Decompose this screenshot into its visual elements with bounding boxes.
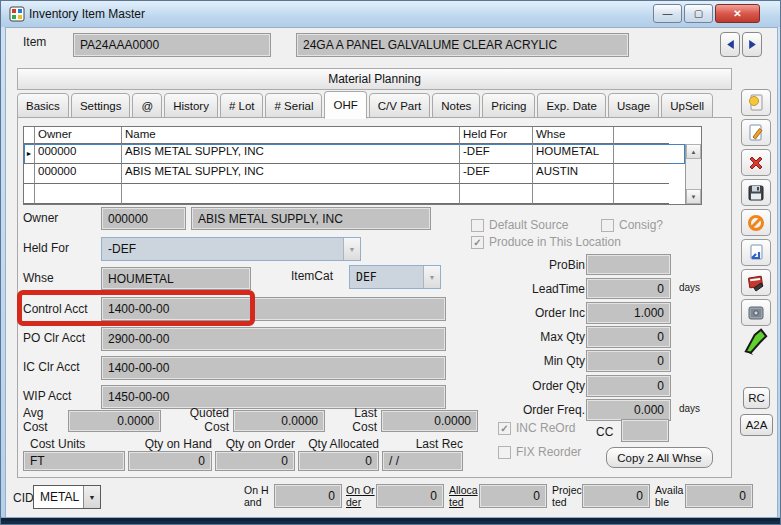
cell-whse[interactable]: AUSTIN — [533, 164, 614, 184]
tab-at[interactable]: @ — [132, 93, 162, 118]
order-freq-field[interactable]: 0.000 — [586, 399, 671, 421]
tab-ohf[interactable]: OHF — [324, 91, 366, 119]
tab-pricing[interactable]: Pricing — [482, 93, 535, 118]
col-header-whse[interactable]: Whse — [533, 127, 614, 144]
grid-row[interactable] — [24, 184, 685, 204]
tab-num-serial[interactable]: # Serial — [265, 93, 322, 118]
cell-held-for[interactable] — [460, 184, 533, 204]
allocated-link[interactable]: Allocated — [449, 484, 479, 508]
tab-usage[interactable]: Usage — [608, 93, 659, 118]
on-order-link[interactable]: On Order — [346, 484, 376, 508]
next-record-button[interactable] — [742, 32, 762, 57]
whse-field[interactable]: HOUMETAL — [101, 267, 251, 290]
qty-on-order-field[interactable]: 0 — [215, 451, 295, 471]
order-qty-field[interactable]: 0 — [586, 375, 671, 397]
vault-button[interactable] — [741, 299, 771, 326]
tab-history[interactable]: History — [164, 93, 218, 118]
wip-acct-field[interactable]: 1450-00-00 — [101, 385, 446, 409]
item-code-field[interactable]: PA24AAA0000 — [73, 33, 271, 57]
col-header-held-for[interactable]: Held For — [460, 127, 533, 144]
a2a-button[interactable]: A2A — [740, 414, 773, 436]
rc-button[interactable]: RC — [743, 387, 770, 409]
cell-name[interactable] — [122, 184, 460, 204]
new-record-button[interactable] — [741, 89, 771, 116]
consig-checkbox[interactable]: Consig? — [601, 218, 663, 232]
cell-name[interactable]: ABIS METAL SUPPLY, INC — [122, 144, 460, 164]
edit-record-button[interactable] — [741, 119, 771, 146]
copy-to-all-whse-button[interactable]: Copy 2 All Whse — [606, 447, 713, 468]
cell-owner[interactable] — [35, 184, 122, 204]
produce-in-location-checkbox[interactable]: ✓ Produce in This Location — [471, 235, 621, 249]
cc-field[interactable] — [621, 419, 669, 442]
grid-row[interactable]: 000000 ABIS METAL SUPPLY, INC -DEF AUSTI… — [24, 164, 685, 184]
scroll-up-icon[interactable]: ▲ — [686, 144, 701, 159]
tab-settings[interactable]: Settings — [71, 93, 131, 118]
cell-extra[interactable] — [614, 164, 669, 184]
cell-extra[interactable] — [614, 184, 669, 204]
stamp-tool-button[interactable] — [742, 327, 772, 359]
cell-whse[interactable]: HOUMETAL — [533, 144, 614, 164]
col-header-name[interactable]: Name — [122, 127, 460, 144]
chevron-down-icon[interactable]: ▼ — [423, 266, 440, 288]
maximize-button[interactable]: ▢ — [684, 4, 713, 23]
save-record-button[interactable] — [741, 179, 771, 206]
cell-owner[interactable]: 000000 — [35, 144, 122, 164]
fix-reorder-checkbox[interactable]: FIX Reorder — [498, 445, 581, 459]
inc-reord-checkbox[interactable]: ✓ INC ReOrd — [498, 421, 575, 435]
cell-owner[interactable]: 000000 — [35, 164, 122, 184]
cell-held-for[interactable]: -DEF — [460, 164, 533, 184]
last-rec-field[interactable]: / / — [382, 451, 463, 471]
chevron-down-icon[interactable]: ▼ — [83, 486, 100, 508]
cancel-button[interactable] — [741, 209, 771, 236]
ic-clr-acct-field[interactable]: 1400-00-00 — [101, 356, 446, 380]
po-clr-acct-field[interactable]: 2900-00-00 — [101, 327, 446, 351]
cost-units-field[interactable]: FT — [23, 451, 125, 471]
notes-button[interactable] — [741, 269, 771, 296]
tab-notes[interactable]: Notes — [432, 93, 480, 118]
held-for-dropdown[interactable]: -DEF ▼ — [101, 237, 361, 261]
quoted-cost-field[interactable]: 0.0000 — [233, 410, 325, 432]
on-hand-field[interactable]: 0 — [274, 484, 342, 508]
close-button[interactable]: ✕ — [715, 4, 760, 23]
chevron-down-icon[interactable]: ▼ — [343, 238, 360, 260]
default-source-checkbox[interactable]: Default Source — [471, 218, 568, 232]
max-qty-field[interactable]: 0 — [586, 326, 671, 348]
owner-code-field[interactable]: 000000 — [101, 207, 186, 230]
grid-scrollbar[interactable]: ▲ ▼ — [685, 144, 701, 204]
on-order-field[interactable]: 0 — [376, 484, 444, 508]
cell-extra[interactable] — [614, 144, 669, 164]
prev-record-button[interactable] — [720, 32, 740, 57]
allocated-field[interactable]: 0 — [479, 484, 547, 508]
min-qty-field[interactable]: 0 — [586, 350, 671, 372]
minimize-button[interactable]: — — [653, 4, 682, 23]
scroll-down-icon[interactable]: ▼ — [686, 189, 701, 204]
cid-dropdown[interactable]: METAL ▼ — [33, 485, 101, 509]
order-inc-field[interactable]: 1.000 — [586, 302, 671, 324]
qty-allocated-field[interactable]: 0 — [298, 451, 379, 471]
control-acct-field[interactable]: 1400-00-00 — [101, 297, 446, 321]
last-cost-field[interactable]: 0.0000 — [381, 410, 478, 432]
owner-name-field[interactable]: ABIS METAL SUPPLY, INC — [191, 207, 431, 230]
leadtime-field[interactable]: 0 — [586, 278, 671, 299]
available-label: Available — [655, 484, 685, 508]
available-field[interactable]: 0 — [685, 484, 753, 508]
tab-cv-part[interactable]: C/V Part — [369, 93, 430, 118]
projected-field[interactable]: 0 — [582, 484, 650, 508]
probin-field[interactable] — [586, 254, 671, 275]
copy-record-button[interactable] — [741, 239, 771, 266]
itemcat-value: DEF — [350, 270, 423, 284]
cell-held-for[interactable]: -DEF — [460, 144, 533, 164]
cell-whse[interactable] — [533, 184, 614, 204]
qty-on-hand-field[interactable]: 0 — [128, 451, 212, 471]
col-header-owner[interactable]: Owner — [35, 127, 122, 144]
tab-basics[interactable]: Basics — [17, 93, 69, 118]
avg-cost-field[interactable]: 0.0000 — [68, 410, 161, 432]
cell-name[interactable]: ABIS METAL SUPPLY, INC — [122, 164, 460, 184]
grid-row[interactable]: ► 000000 ABIS METAL SUPPLY, INC -DEF HOU… — [24, 144, 685, 164]
tab-upsell[interactable]: UpSell — [661, 93, 713, 118]
item-description-field[interactable]: 24GA A PANEL GALVALUME CLEAR ACRYLIC — [296, 33, 629, 57]
tab-exp-date[interactable]: Exp. Date — [537, 93, 606, 118]
itemcat-dropdown[interactable]: DEF ▼ — [349, 265, 441, 289]
delete-record-button[interactable] — [741, 149, 771, 176]
tab-num-lot[interactable]: # Lot — [220, 93, 264, 118]
